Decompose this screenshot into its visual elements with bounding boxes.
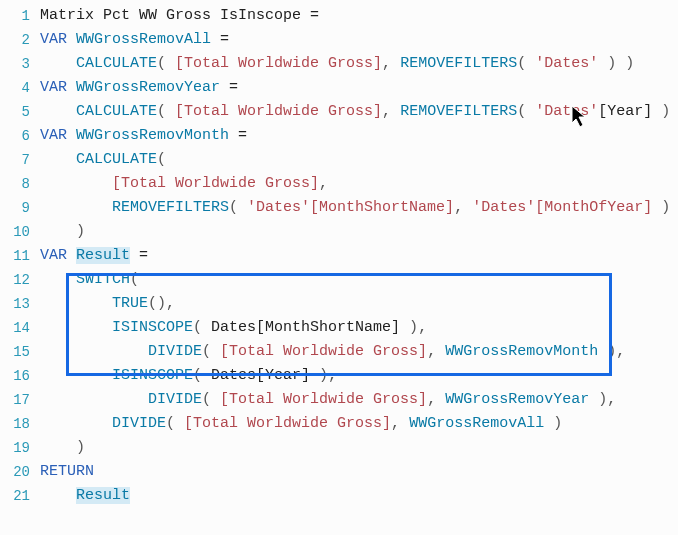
code-content: ISINSCOPE( Dates[Year] ), xyxy=(40,364,676,388)
line-number: 21 xyxy=(2,484,40,508)
code-content: TRUE(), xyxy=(40,292,676,316)
code-line[interactable]: 3 CALCULATE( [Total Worldwide Gross], RE… xyxy=(2,52,676,76)
line-number: 11 xyxy=(2,244,40,268)
code-content: DIVIDE( [Total Worldwide Gross], WWGross… xyxy=(40,412,676,436)
code-line[interactable]: 15 DIVIDE( [Total Worldwide Gross], WWGr… xyxy=(2,340,676,364)
line-number: 15 xyxy=(2,340,40,364)
line-number: 1 xyxy=(2,4,40,28)
line-number: 8 xyxy=(2,172,40,196)
code-content: Result xyxy=(40,484,676,508)
code-content: ) xyxy=(40,220,676,244)
code-line[interactable]: 19 ) xyxy=(2,436,676,460)
line-number: 17 xyxy=(2,388,40,412)
line-number: 12 xyxy=(2,268,40,292)
line-number: 14 xyxy=(2,316,40,340)
line-number: 2 xyxy=(2,28,40,52)
code-content: DIVIDE( [Total Worldwide Gross], WWGross… xyxy=(40,340,676,364)
code-line[interactable]: 6 VAR WWGrossRemovMonth = xyxy=(2,124,676,148)
line-number: 13 xyxy=(2,292,40,316)
line-number: 20 xyxy=(2,460,40,484)
code-line[interactable]: 11 VAR Result = xyxy=(2,244,676,268)
line-number: 3 xyxy=(2,52,40,76)
code-content: ) xyxy=(40,436,676,460)
code-content: VAR WWGrossRemovAll = xyxy=(40,28,676,52)
dax-editor[interactable]: 1 Matrix Pct WW Gross IsInscope = 2 VAR … xyxy=(0,0,678,512)
code-line[interactable]: 20 RETURN xyxy=(2,460,676,484)
line-number: 19 xyxy=(2,436,40,460)
code-content: CALCULATE( xyxy=(40,148,676,172)
code-content: VAR Result = xyxy=(40,244,676,268)
code-content: DIVIDE( [Total Worldwide Gross], WWGross… xyxy=(40,388,676,412)
code-line[interactable]: 14 ISINSCOPE( Dates[MonthShortName] ), xyxy=(2,316,676,340)
code-content: VAR WWGrossRemovYear = xyxy=(40,76,676,100)
code-line[interactable]: 8 [Total Worldwide Gross], xyxy=(2,172,676,196)
code-line[interactable]: 4 VAR WWGrossRemovYear = xyxy=(2,76,676,100)
code-content: VAR WWGrossRemovMonth = xyxy=(40,124,676,148)
code-content: SWITCH( xyxy=(40,268,676,292)
line-number: 7 xyxy=(2,148,40,172)
code-content: ISINSCOPE( Dates[MonthShortName] ), xyxy=(40,316,676,340)
line-number: 9 xyxy=(2,196,40,220)
code-line[interactable]: 1 Matrix Pct WW Gross IsInscope = xyxy=(2,4,676,28)
code-line[interactable]: 18 DIVIDE( [Total Worldwide Gross], WWGr… xyxy=(2,412,676,436)
line-number: 6 xyxy=(2,124,40,148)
code-line[interactable]: 5 CALCULATE( [Total Worldwide Gross], RE… xyxy=(2,100,676,124)
code-line[interactable]: 10 ) xyxy=(2,220,676,244)
code-content: CALCULATE( [Total Worldwide Gross], REMO… xyxy=(40,52,676,76)
code-content: Matrix Pct WW Gross IsInscope = xyxy=(40,4,676,28)
code-content: CALCULATE( [Total Worldwide Gross], REMO… xyxy=(40,100,678,124)
code-line[interactable]: 2 VAR WWGrossRemovAll = xyxy=(2,28,676,52)
line-number: 18 xyxy=(2,412,40,436)
code-content: [Total Worldwide Gross], xyxy=(40,172,676,196)
code-line[interactable]: 12 SWITCH( xyxy=(2,268,676,292)
code-content: RETURN xyxy=(40,460,676,484)
line-number: 5 xyxy=(2,100,40,124)
code-line[interactable]: 16 ISINSCOPE( Dates[Year] ), xyxy=(2,364,676,388)
code-line[interactable]: 17 DIVIDE( [Total Worldwide Gross], WWGr… xyxy=(2,388,676,412)
line-number: 10 xyxy=(2,220,40,244)
code-line[interactable]: 9 REMOVEFILTERS( 'Dates'[MonthShortName]… xyxy=(2,196,676,220)
code-line[interactable]: 7 CALCULATE( xyxy=(2,148,676,172)
line-number: 16 xyxy=(2,364,40,388)
code-content: REMOVEFILTERS( 'Dates'[MonthShortName], … xyxy=(40,196,676,220)
code-line[interactable]: 21 Result xyxy=(2,484,676,508)
line-number: 4 xyxy=(2,76,40,100)
code-line[interactable]: 13 TRUE(), xyxy=(2,292,676,316)
